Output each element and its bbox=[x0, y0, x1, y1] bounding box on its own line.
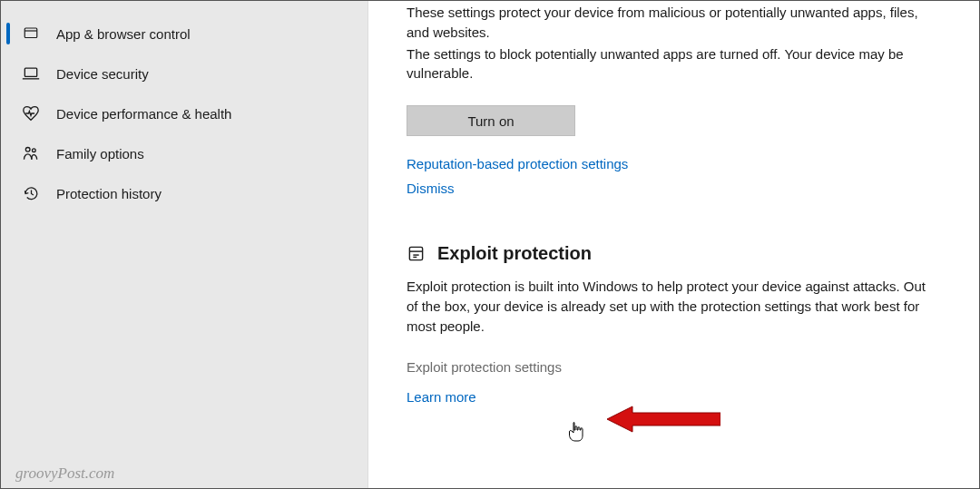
exploit-settings-link[interactable]: Exploit protection settings bbox=[407, 359, 562, 375]
exploit-section-header: Exploit protection bbox=[407, 243, 943, 264]
sidebar-item-label: Device security bbox=[56, 66, 149, 82]
watermark: groovyPost.com bbox=[15, 465, 114, 483]
turn-on-button[interactable]: Turn on bbox=[407, 105, 575, 136]
reputation-para1: These settings protect your device from … bbox=[407, 3, 933, 43]
sidebar-item-family-options[interactable]: Family options bbox=[1, 133, 368, 173]
svg-rect-2 bbox=[24, 68, 36, 76]
reputation-settings-link[interactable]: Reputation-based protection settings bbox=[407, 156, 628, 171]
svg-rect-6 bbox=[409, 247, 422, 259]
sidebar-item-protection-history[interactable]: Protection history bbox=[1, 173, 368, 213]
svg-point-4 bbox=[25, 148, 30, 152]
sidebar-item-label: Device performance & health bbox=[56, 106, 231, 122]
reputation-para2: The settings to block potentially unwant… bbox=[407, 44, 933, 84]
history-icon bbox=[22, 184, 40, 202]
exploit-icon bbox=[407, 245, 425, 263]
exploit-title: Exploit protection bbox=[437, 243, 592, 264]
sidebar-item-app-browser-control[interactable]: App & browser control bbox=[1, 14, 368, 54]
exploit-description: Exploit protection is built into Windows… bbox=[407, 277, 933, 336]
sidebar-item-label: Protection history bbox=[56, 186, 162, 201]
sidebar: App & browser control Device security De… bbox=[1, 1, 368, 488]
sidebar-item-label: Family options bbox=[56, 146, 144, 161]
reputation-description: These settings protect your device from … bbox=[407, 3, 933, 83]
learn-more-link[interactable]: Learn more bbox=[407, 389, 476, 405]
sidebar-item-device-security[interactable]: Device security bbox=[1, 54, 368, 93]
main-content: These settings protect your device from … bbox=[368, 1, 979, 488]
sidebar-item-device-performance[interactable]: Device performance & health bbox=[1, 93, 368, 133]
laptop-icon bbox=[22, 64, 40, 83]
sidebar-item-label: App & browser control bbox=[56, 26, 191, 42]
svg-point-5 bbox=[33, 149, 36, 152]
heartbeat-icon bbox=[22, 104, 40, 122]
family-icon bbox=[22, 144, 40, 162]
dismiss-link[interactable]: Dismiss bbox=[407, 181, 455, 196]
app-browser-icon bbox=[22, 24, 40, 43]
svg-rect-0 bbox=[24, 28, 37, 38]
